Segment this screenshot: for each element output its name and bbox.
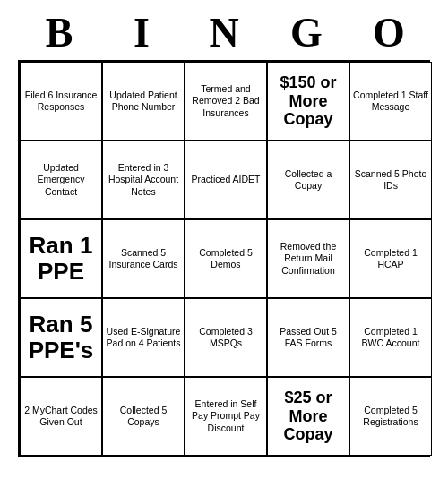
bingo-cell[interactable]: Ran 5 PPE's [20,298,102,377]
bingo-cell[interactable]: Practiced AIDET [185,141,267,219]
bingo-cell[interactable]: Completed 3 MSPQs [185,298,267,377]
bingo-cell[interactable]: Entered in Self Pay Prompt Pay Discount [185,377,267,456]
bingo-cell[interactable]: 2 MyChart Codes Given Out [20,377,102,456]
bingo-cell[interactable]: Scanned 5 Photo IDs [349,141,432,219]
bingo-cell[interactable]: $150 or More Copay [267,62,349,141]
bingo-cell[interactable]: Termed and Removed 2 Bad Insurances [185,62,267,141]
bingo-cell[interactable]: Completed 1 Staff Message [349,62,432,141]
letter-n: N [183,9,265,56]
letter-g: G [265,9,348,56]
bingo-grid: Filed 6 Insurance ResponsesUpdated Patie… [18,60,430,457]
bingo-cell[interactable]: Ran 1 PPE [20,219,102,298]
bingo-cell[interactable]: Completed 5 Registrations [349,377,432,456]
bingo-cell[interactable]: Updated Emergency Contact [20,141,102,219]
letter-i: I [100,9,183,56]
letter-b: B [18,9,100,56]
bingo-cell[interactable]: Collected a Copay [267,141,349,219]
bingo-cell[interactable]: Scanned 5 Insurance Cards [102,219,185,298]
bingo-cell[interactable]: Used E-Signature Pad on 4 Patients [102,298,185,377]
letter-o: O [348,9,430,56]
bingo-cell[interactable]: Completed 1 BWC Account [349,298,432,377]
bingo-cell[interactable]: Filed 6 Insurance Responses [20,62,102,141]
bingo-cell[interactable]: Passed Out 5 FAS Forms [267,298,349,377]
bingo-cell[interactable]: Completed 5 Demos [185,219,267,298]
bingo-cell[interactable]: Entered in 3 Hospital Account Notes [102,141,185,219]
bingo-cell[interactable]: $25 or More Copay [267,377,349,456]
bingo-title: B I N G O [18,9,430,56]
bingo-cell[interactable]: Removed the Return Mail Confirmation [267,219,349,298]
bingo-cell[interactable]: Collected 5 Copays [102,377,185,456]
bingo-cell[interactable]: Completed 1 HCAP [349,219,432,298]
bingo-cell[interactable]: Updated Patient Phone Number [102,62,185,141]
